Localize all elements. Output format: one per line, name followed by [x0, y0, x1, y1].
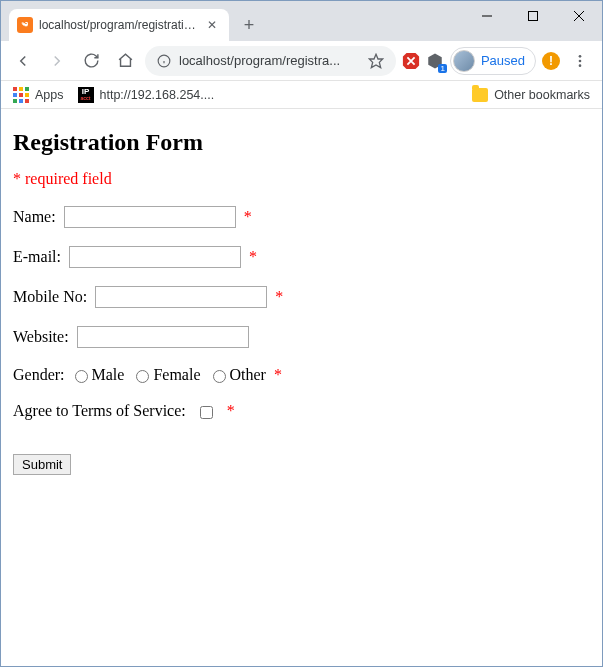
bookmarks-bar: Apps IPacct http://192.168.254.... Other… [1, 81, 602, 109]
email-field-row: E-mail: * [13, 246, 590, 268]
terms-field-row: Agree to Terms of Service: * [13, 402, 590, 420]
browser-toolbar: localhost/program/registra... 1 Paused ! [1, 41, 602, 81]
window-controls [464, 1, 602, 31]
terms-checkbox[interactable] [200, 406, 213, 419]
apps-grid-icon [13, 87, 29, 103]
svg-point-11 [579, 64, 582, 67]
star-icon[interactable] [368, 53, 384, 69]
page-content: Registration Form * required field Name:… [1, 129, 602, 487]
mobile-label: Mobile No: [13, 288, 87, 305]
svg-point-10 [579, 59, 582, 62]
gender-label: Gender: [13, 366, 65, 383]
back-button[interactable] [9, 47, 37, 75]
required-star: * [275, 288, 283, 305]
url-text: localhost/program/registra... [179, 53, 360, 68]
paused-label: Paused [481, 53, 525, 68]
close-tab-icon[interactable]: ✕ [205, 18, 219, 32]
apps-label: Apps [35, 88, 64, 102]
required-note: * required field [13, 170, 590, 188]
svg-marker-7 [369, 54, 382, 67]
svg-point-9 [579, 55, 582, 58]
submit-button[interactable]: Submit [13, 454, 71, 475]
mobile-input[interactable] [95, 286, 267, 308]
ip-icon: IPacct [78, 87, 94, 103]
ip-label: http://192.168.254.... [100, 88, 215, 102]
ip-bookmark[interactable]: IPacct http://192.168.254.... [78, 87, 215, 103]
terms-label: Agree to Terms of Service: [13, 402, 186, 419]
avatar-icon [453, 50, 475, 72]
required-star: * [244, 208, 252, 225]
reload-button[interactable] [77, 47, 105, 75]
website-input[interactable] [77, 326, 249, 348]
mobile-field-row: Mobile No: * [13, 286, 590, 308]
gender-other-radio[interactable] [213, 370, 226, 383]
home-button[interactable] [111, 47, 139, 75]
gender-field-row: Gender: Male Female Other * [13, 366, 590, 384]
folder-icon [472, 88, 488, 102]
xampp-icon: ༄ [17, 17, 33, 33]
profile-paused-chip[interactable]: Paused [450, 47, 536, 75]
info-icon [157, 54, 171, 68]
gender-female-radio[interactable] [136, 370, 149, 383]
extension-cube-icon[interactable]: 1 [426, 52, 444, 70]
tab-title: localhost/program/registration.p [39, 18, 199, 32]
close-window-button[interactable] [556, 1, 602, 31]
required-star: * [227, 402, 235, 419]
extension-adblock-icon[interactable] [402, 52, 420, 70]
other-bookmarks[interactable]: Other bookmarks [472, 88, 590, 102]
name-label: Name: [13, 208, 56, 225]
page-heading: Registration Form [13, 129, 590, 156]
maximize-button[interactable] [510, 1, 556, 31]
address-bar[interactable]: localhost/program/registra... [145, 46, 396, 76]
name-input[interactable] [64, 206, 236, 228]
apps-bookmark[interactable]: Apps [13, 87, 64, 103]
email-input[interactable] [69, 246, 241, 268]
window-titlebar: ༄ localhost/program/registration.p ✕ + [1, 1, 602, 41]
menu-button[interactable] [566, 47, 594, 75]
gender-other-label: Other [230, 366, 266, 383]
new-tab-button[interactable]: + [235, 11, 263, 39]
website-field-row: Website: [13, 326, 590, 348]
required-star: * [249, 248, 257, 265]
other-bookmarks-label: Other bookmarks [494, 88, 590, 102]
gender-male-radio[interactable] [75, 370, 88, 383]
svg-rect-1 [529, 12, 538, 21]
gender-male-label: Male [92, 366, 125, 383]
required-star: * [274, 366, 282, 383]
minimize-button[interactable] [464, 1, 510, 31]
email-label: E-mail: [13, 248, 61, 265]
website-label: Website: [13, 328, 69, 345]
browser-tab[interactable]: ༄ localhost/program/registration.p ✕ [9, 9, 229, 41]
name-field-row: Name: * [13, 206, 590, 228]
alert-badge-icon[interactable]: ! [542, 52, 560, 70]
gender-female-label: Female [153, 366, 200, 383]
forward-button[interactable] [43, 47, 71, 75]
